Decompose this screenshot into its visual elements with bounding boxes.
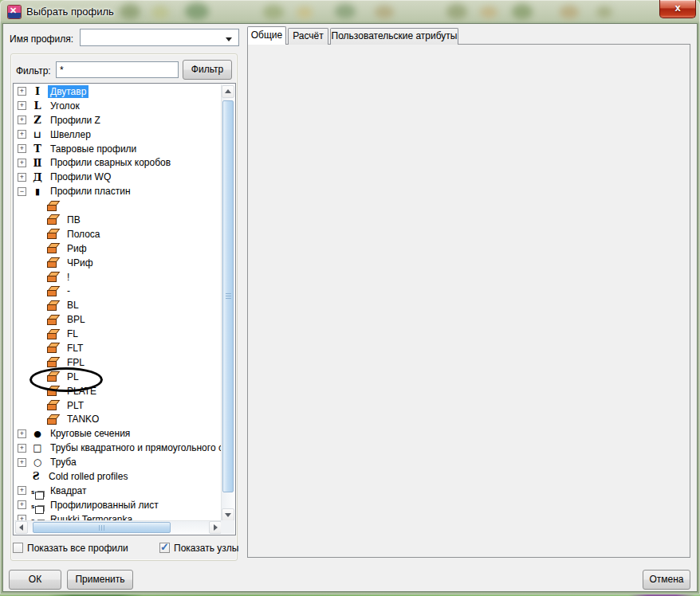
- scroll-up-button[interactable]: [222, 85, 234, 98]
- apply-button[interactable]: Применить: [67, 570, 133, 590]
- tree-item[interactable]: +⊔Швеллер: [14, 127, 222, 142]
- tree-spacer: [18, 472, 25, 480]
- tree-item-label: Профили сварных коробов: [48, 156, 173, 169]
- expand-icon[interactable]: +: [18, 173, 26, 182]
- tree-item[interactable]: PLT: [14, 398, 222, 413]
- coldrolled-icon: Ƨ: [28, 471, 44, 482]
- filter-value: *: [60, 65, 64, 76]
- close-icon: x: [660, 2, 695, 14]
- tree-item[interactable]: BL: [14, 298, 222, 312]
- tree-item[interactable]: BPL: [14, 312, 222, 327]
- squaretube-icon: □: [29, 442, 45, 453]
- cancel-button[interactable]: Отмена: [643, 570, 690, 590]
- tree-item[interactable]: +○Труба: [14, 455, 222, 469]
- expand-icon[interactable]: +: [18, 500, 26, 509]
- tree-item[interactable]: FPL: [14, 355, 222, 370]
- tree-item[interactable]: +ⅡПрофили сварных коробов: [14, 155, 222, 170]
- tree-item[interactable]: ƧCold rolled profiles: [14, 469, 222, 484]
- tree-item[interactable]: −▮Профили пластин: [14, 184, 222, 198]
- wq-icon: Д: [29, 171, 45, 183]
- expand-icon[interactable]: +: [18, 116, 26, 124]
- tree-item[interactable]: +sПрофилированный лист: [14, 498, 222, 512]
- tree-item[interactable]: ПВ: [14, 213, 222, 227]
- tube-icon: ○: [29, 457, 45, 468]
- arrow-down-icon: [225, 513, 231, 517]
- expand-icon[interactable]: +: [18, 159, 26, 167]
- tree-item-label: [65, 205, 69, 206]
- vertical-scroll-thumb[interactable]: [222, 100, 234, 492]
- desktop-blur-blob: [512, 4, 533, 20]
- expand-icon[interactable]: +: [18, 429, 26, 438]
- tree-item-label: Cold rolled profiles: [46, 470, 130, 483]
- profile-tree-container: +IДвутавр+LУголок+ZПрофили Z+⊔Швеллер+TТ…: [13, 83, 236, 535]
- tree-item[interactable]: [14, 198, 222, 213]
- weldedbox-icon: Ⅱ: [29, 157, 45, 169]
- close-button[interactable]: x: [659, 0, 696, 18]
- tree-item-label: Профили WQ: [48, 171, 113, 183]
- tree-item[interactable]: +ДПрофили WQ: [14, 170, 222, 184]
- show-all-profiles-label: Показать все профили: [27, 543, 128, 554]
- tree-item-label: !: [65, 271, 72, 284]
- plate-icon: [46, 214, 62, 225]
- tree-item[interactable]: +IДвутавр: [14, 84, 222, 99]
- tree-item[interactable]: -: [14, 284, 222, 298]
- filter-input[interactable]: *: [56, 61, 179, 78]
- desktop-blur-blob: [446, 4, 467, 20]
- tab-analysis[interactable]: Расчёт: [288, 28, 328, 45]
- expand-icon[interactable]: +: [18, 130, 26, 139]
- chevron-down-icon[interactable]: [226, 37, 232, 41]
- profile-name-combo[interactable]: [80, 29, 239, 46]
- tree-item-label: Круговые сечения: [48, 427, 132, 440]
- tree-item[interactable]: +TТавровые профили: [14, 142, 222, 156]
- expand-icon[interactable]: +: [18, 87, 26, 96]
- expand-icon[interactable]: +: [18, 144, 26, 153]
- desktop-blur-blob: [335, 4, 356, 19]
- tree-item[interactable]: TANKO: [14, 412, 222, 426]
- tree-item[interactable]: +ZПрофили Z: [14, 113, 222, 127]
- expand-icon[interactable]: +: [18, 486, 26, 495]
- plate-icon: [46, 371, 62, 382]
- tree-item-label: BL: [65, 299, 81, 312]
- tree-item-label: PLT: [65, 399, 86, 412]
- desktop-blur-blob: [596, 6, 612, 18]
- tee-icon: T: [29, 143, 45, 155]
- show-nodes-checkbox[interactable]: [159, 543, 170, 553]
- tree-horizontal-scrollbar[interactable]: [14, 520, 222, 534]
- platebar-icon: ▮: [29, 186, 45, 197]
- filter-button[interactable]: Фильтр: [183, 60, 232, 80]
- scroll-left-button[interactable]: [15, 521, 28, 534]
- tree-item[interactable]: +sКвадрат: [14, 484, 222, 498]
- plate-icon: [46, 285, 62, 297]
- tree-item[interactable]: +□Трубы квадратного и прямоугольного сеч…: [14, 441, 222, 455]
- plate-icon: [46, 271, 62, 283]
- tab-general[interactable]: Общие: [247, 26, 286, 45]
- horizontal-scroll-thumb[interactable]: [33, 522, 171, 533]
- tree-item[interactable]: FLT: [14, 341, 222, 355]
- collapse-icon[interactable]: −: [18, 187, 26, 196]
- arrow-up-icon: [225, 89, 231, 93]
- tree-item[interactable]: FL: [14, 327, 222, 341]
- expand-icon[interactable]: +: [18, 458, 26, 467]
- tab-user-attributes[interactable]: Пользовательские атрибуты: [330, 28, 458, 45]
- expand-icon[interactable]: +: [18, 444, 26, 453]
- ibeam-icon: I: [29, 85, 45, 97]
- tree-item-label: BPL: [65, 313, 88, 326]
- tree-item[interactable]: +●Круговые сечения: [14, 426, 222, 441]
- tree-item[interactable]: +LУголок: [14, 99, 222, 113]
- scroll-right-button[interactable]: [209, 521, 222, 534]
- tree-item[interactable]: !: [14, 270, 222, 284]
- ok-button[interactable]: ОК: [9, 570, 61, 590]
- tree-item[interactable]: Полоса: [14, 227, 222, 241]
- tree-item[interactable]: PL: [14, 370, 222, 384]
- tree-item[interactable]: ЧРиф: [14, 256, 222, 270]
- expand-icon[interactable]: +: [18, 101, 26, 110]
- tree-item[interactable]: Риф: [14, 241, 222, 256]
- show-nodes-label: Показать узлы: [174, 543, 238, 554]
- desktop-blur-blob: [560, 6, 579, 19]
- tree-vertical-scrollbar[interactable]: [221, 84, 234, 522]
- tree-item[interactable]: PLATE: [14, 384, 222, 398]
- profile-name-label: Имя профиля:: [10, 33, 73, 45]
- scroll-down-button[interactable]: [222, 508, 234, 521]
- titlebar: Выбрать профиль x: [0, 0, 700, 23]
- show-all-profiles-checkbox[interactable]: [13, 543, 23, 553]
